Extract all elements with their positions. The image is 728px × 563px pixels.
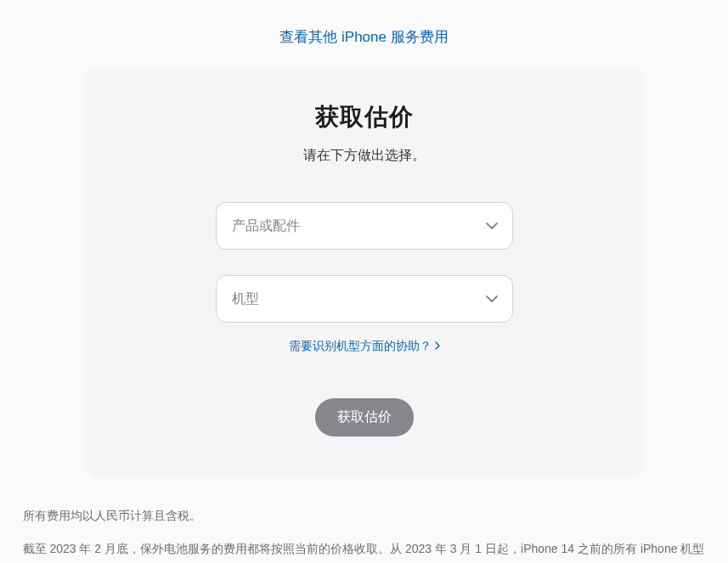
other-service-fees-link[interactable]: 查看其他 iPhone 服务费用 — [279, 29, 448, 45]
estimate-card: 获取估价 请在下方做出选择。 产品或配件 机型 需要识别机型方面的协助？ 获取估… — [84, 67, 645, 479]
help-link-label: 需要识别机型方面的协助？ — [289, 339, 432, 354]
product-select[interactable]: 产品或配件 — [216, 202, 513, 250]
footer-price-note: 截至 2023 年 2 月底，保外电池服务的费用都将按照当前的价格收取。从 20… — [23, 538, 706, 563]
get-estimate-button[interactable]: 获取估价 — [315, 398, 414, 436]
model-select-wrapper: 机型 — [216, 275, 513, 323]
model-select[interactable]: 机型 — [216, 275, 513, 323]
card-title: 获取估价 — [127, 101, 602, 133]
card-subtitle: 请在下方做出选择。 — [127, 147, 602, 165]
identify-model-help-link[interactable]: 需要识别机型方面的协助？ — [289, 339, 440, 354]
product-select-wrapper: 产品或配件 — [216, 202, 513, 250]
chevron-right-icon — [435, 341, 440, 352]
product-select-placeholder: 产品或配件 — [232, 217, 300, 235]
footer-tax-note: 所有费用均以人民币计算且含税。 — [23, 504, 706, 527]
model-select-placeholder: 机型 — [232, 290, 259, 308]
footer-note: 所有费用均以人民币计算且含税。 截至 2023 年 2 月底，保外电池服务的费用… — [16, 504, 713, 563]
